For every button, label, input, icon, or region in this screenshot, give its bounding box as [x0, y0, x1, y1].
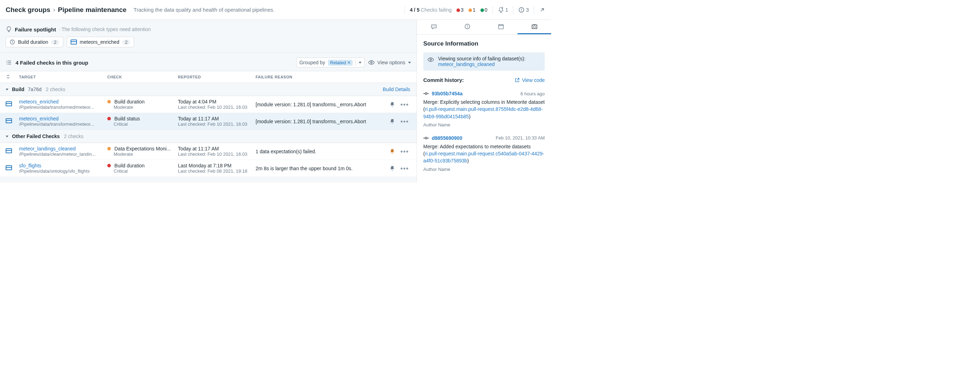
table-row[interactable]: sfo_flights/Pipelines/data/ontology/sfo_… [0, 160, 417, 177]
svg-point-16 [467, 27, 468, 28]
tab-schedule[interactable] [484, 20, 517, 34]
svg-point-27 [425, 137, 427, 139]
source-info-icon [531, 23, 538, 30]
chevron-right-icon: › [53, 7, 55, 13]
more-actions-button[interactable]: ••• [400, 167, 409, 170]
reason-column-header: FAILURE REASON [252, 71, 378, 83]
banner-text: Viewing source info of failing dataset(s… [438, 56, 525, 61]
commit-time: Feb 10, 2021, 10:33 AM [496, 135, 545, 140]
table-row[interactable]: meteors_enriched/Pipelines/data/transfor… [0, 96, 417, 113]
chip-count: 2 [122, 40, 130, 45]
tab-alerts[interactable] [450, 20, 484, 34]
collapse-all-icon [6, 74, 11, 79]
failure-reason: [module version: 1.281.0] transforms._er… [252, 96, 378, 113]
main-area: Failure spotlight · The following check … [0, 20, 551, 183]
bell-snooze-icon [498, 7, 504, 13]
failure-spotlight: Failure spotlight · The following check … [0, 20, 417, 53]
chip-count: 2 [51, 40, 59, 45]
divider [534, 6, 534, 14]
svg-point-2 [521, 11, 522, 11]
tab-comments[interactable] [417, 20, 450, 34]
severity-dot-icon [107, 100, 111, 104]
grouped-by-select[interactable]: Grouped by Related✕ [296, 57, 365, 67]
close-icon[interactable]: ✕ [347, 61, 350, 65]
bell-snooze-icon[interactable] [389, 165, 395, 172]
divider [492, 6, 493, 14]
alert-stat[interactable]: 3 [518, 7, 529, 13]
dataset-icon [6, 118, 12, 123]
orange-dot-icon [468, 8, 472, 12]
calendar-icon [498, 23, 504, 30]
group-count: 2 checks [62, 134, 83, 139]
stat-green: 0 [480, 7, 488, 13]
svg-point-13 [434, 26, 435, 27]
commit-rid-link[interactable]: ri.pull-request.main.pull-request.8755f4… [423, 106, 543, 119]
reported-time: Today at 11:17 AM [178, 116, 248, 121]
right-pane: Source Information Viewing source info o… [417, 20, 551, 183]
target-path: /Pipelines/data/clean/meteor_landin... [19, 152, 100, 157]
group-name: Other Failed Checks [12, 134, 60, 139]
chevron-down-icon [408, 62, 411, 64]
tab-source[interactable] [517, 20, 551, 34]
severity-label: Critical [114, 121, 171, 127]
spotlight-chip[interactable]: meteors_enriched2 [67, 37, 134, 47]
commit-author: Author Name [423, 167, 545, 172]
commit-author: Author Name [423, 122, 545, 128]
external-link-icon [514, 77, 520, 83]
left-pane: Failure spotlight · The following check … [0, 20, 417, 183]
more-actions-button[interactable]: ••• [400, 103, 409, 106]
alert-circle-icon [464, 23, 471, 30]
build-details-link[interactable]: Build Details [383, 86, 410, 92]
grouped-by-tag[interactable]: Related✕ [328, 60, 353, 66]
commit-history-title: Commit history: [423, 77, 464, 83]
more-actions-button[interactable]: ••• [400, 150, 409, 153]
banner-dataset-link[interactable]: meteor_landings_cleaned [438, 61, 495, 67]
group-row[interactable]: Build 7a76d 2 checksBuild Details [0, 83, 417, 96]
view-code-link[interactable]: View code [514, 77, 545, 83]
group-row[interactable]: Other Failed Checks 2 checks [0, 130, 417, 143]
check-name: Build status [115, 116, 140, 121]
commit-item: 93b05b7454a6 hours agoMerge: Explicitly … [423, 88, 545, 132]
spotlight-title: Failure spotlight [15, 27, 56, 32]
chevron-down-icon [6, 89, 8, 90]
reported-time: Today at 4:04 PM [178, 99, 248, 105]
dataset-icon [6, 165, 12, 170]
bell-snooze-icon[interactable] [389, 148, 395, 155]
severity-dot-icon [107, 117, 111, 120]
svg-point-24 [425, 93, 427, 94]
view-options-button[interactable]: View options [368, 59, 411, 66]
alert-circle-icon [518, 7, 525, 13]
target-name[interactable]: meteors_enriched [19, 116, 100, 121]
target-name[interactable]: meteor_landings_cleaned [19, 146, 100, 152]
bell-snooze-icon[interactable] [389, 101, 395, 108]
top-bar: Check groups › Pipeline maintenance Trac… [0, 0, 551, 20]
target-name[interactable]: sfo_flights [19, 163, 100, 168]
snooze-stat[interactable]: 1 [498, 7, 508, 13]
commit-hash-link[interactable]: 93b05b7454a [432, 91, 463, 96]
open-external-button[interactable] [539, 7, 546, 13]
table-row[interactable]: meteor_landings_cleaned/Pipelines/data/c… [0, 143, 417, 160]
svg-point-5 [7, 62, 7, 63]
commit-hash-link[interactable]: d8855690900 [432, 135, 462, 141]
spotlight-chip[interactable]: Build duration2 [6, 37, 63, 47]
failed-checks-header: 4 Failed checks in this group Grouped by… [0, 53, 417, 71]
target-name[interactable]: meteors_enriched [19, 99, 100, 105]
green-dot-icon [480, 8, 484, 12]
commit-rid-link[interactable]: ri.pull-request.main.pull-request.c540a5… [423, 151, 544, 163]
commit-message: Merge: Added expectations to meteorite d… [423, 143, 545, 164]
svg-point-12 [434, 26, 434, 27]
clock-icon [10, 39, 15, 45]
collapse-column-header[interactable] [0, 71, 16, 83]
arrow-out-icon [539, 7, 546, 13]
check-column-header: CHECK [104, 71, 174, 83]
bell-snooze-icon[interactable] [389, 118, 395, 124]
table-row[interactable]: meteors_enriched/Pipelines/data/transfor… [0, 113, 417, 130]
target-column-header: TARGET [16, 71, 104, 83]
grouped-by-label: Grouped by [299, 60, 325, 65]
more-actions-button[interactable]: ••• [400, 120, 409, 123]
chip-label: Build duration [18, 39, 48, 45]
breadcrumb-root[interactable]: Check groups [6, 6, 51, 14]
dataset-icon [71, 40, 77, 45]
check-name: Data Expectations Moni... [115, 146, 171, 152]
last-checked: Last checked: Feb 08 2021, 19:18 [178, 168, 248, 174]
